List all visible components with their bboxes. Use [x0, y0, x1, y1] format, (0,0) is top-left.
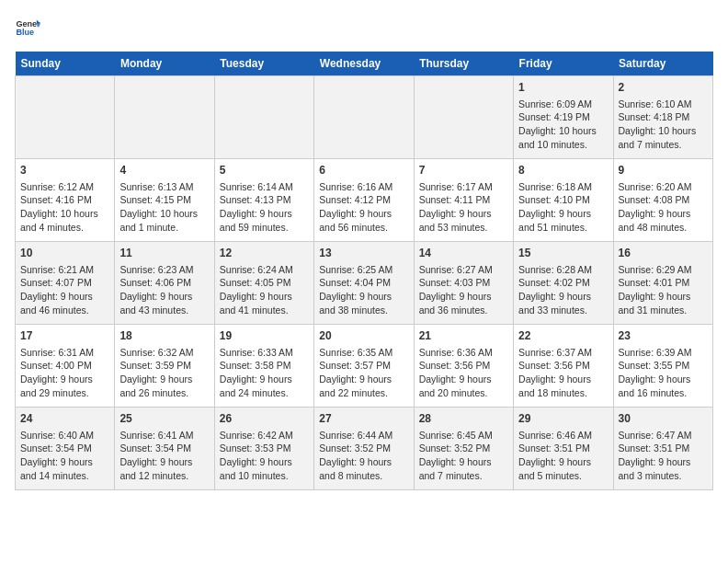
calendar-week-3: 10Sunrise: 6:21 AMSunset: 4:07 PMDayligh…	[16, 242, 713, 325]
day-info: Sunrise: 6:45 AMSunset: 3:52 PMDaylight:…	[419, 429, 508, 483]
calendar-cell: 8Sunrise: 6:18 AMSunset: 4:10 PMDaylight…	[514, 159, 613, 242]
day-number: 21	[419, 328, 508, 344]
day-number: 2	[619, 80, 708, 96]
day-info: Sunrise: 6:41 AMSunset: 3:54 PMDaylight:…	[119, 429, 209, 483]
calendar-cell: 25Sunrise: 6:41 AMSunset: 3:54 PMDayligh…	[115, 408, 214, 490]
day-number: 17	[20, 328, 109, 344]
calendar-cell: 20Sunrise: 6:35 AMSunset: 3:57 PMDayligh…	[314, 325, 414, 408]
day-info: Sunrise: 6:12 AMSunset: 4:16 PMDaylight:…	[20, 180, 109, 235]
day-number: 6	[319, 163, 408, 178]
day-info: Sunrise: 6:29 AMSunset: 4:01 PMDaylight:…	[619, 263, 708, 317]
calendar-cell: 27Sunrise: 6:44 AMSunset: 3:52 PMDayligh…	[314, 408, 414, 490]
calendar-table: SundayMondayTuesdayWednesdayThursdayFrid…	[15, 52, 713, 490]
calendar-week-2: 3Sunrise: 6:12 AMSunset: 4:16 PMDaylight…	[16, 159, 713, 242]
day-number: 11	[119, 246, 209, 261]
calendar-cell: 1Sunrise: 6:09 AMSunset: 4:19 PMDaylight…	[514, 76, 613, 159]
weekday-header-thursday: Thursday	[414, 52, 513, 76]
calendar-cell: 3Sunrise: 6:12 AMSunset: 4:16 PMDaylight…	[16, 159, 115, 242]
day-info: Sunrise: 6:24 AMSunset: 4:05 PMDaylight:…	[220, 263, 309, 317]
calendar-cell: 23Sunrise: 6:39 AMSunset: 3:55 PMDayligh…	[613, 325, 712, 408]
calendar-cell: 19Sunrise: 6:33 AMSunset: 3:58 PMDayligh…	[214, 325, 313, 408]
day-info: Sunrise: 6:37 AMSunset: 3:56 PMDaylight:…	[518, 346, 608, 400]
calendar-cell: 24Sunrise: 6:40 AMSunset: 3:54 PMDayligh…	[16, 408, 115, 490]
day-number: 3	[20, 163, 109, 178]
day-number: 10	[20, 246, 109, 261]
day-number: 1	[518, 80, 608, 96]
logo: General Blue	[15, 15, 44, 40]
weekday-header-sunday: Sunday	[16, 52, 115, 76]
day-info: Sunrise: 6:40 AMSunset: 3:54 PMDaylight:…	[20, 429, 109, 483]
day-info: Sunrise: 6:13 AMSunset: 4:15 PMDaylight:…	[119, 180, 209, 235]
day-number: 23	[619, 328, 708, 344]
weekday-header-wednesday: Wednesday	[314, 52, 414, 76]
day-info: Sunrise: 6:09 AMSunset: 4:19 PMDaylight:…	[518, 98, 608, 152]
calendar-header: SundayMondayTuesdayWednesdayThursdayFrid…	[16, 52, 713, 76]
day-number: 14	[419, 246, 508, 261]
calendar-cell: 22Sunrise: 6:37 AMSunset: 3:56 PMDayligh…	[514, 325, 613, 408]
day-info: Sunrise: 6:17 AMSunset: 4:11 PMDaylight:…	[419, 180, 508, 235]
calendar-cell: 28Sunrise: 6:45 AMSunset: 3:52 PMDayligh…	[414, 408, 513, 490]
day-number: 5	[220, 163, 309, 178]
day-info: Sunrise: 6:23 AMSunset: 4:06 PMDaylight:…	[119, 263, 209, 317]
day-info: Sunrise: 6:10 AMSunset: 4:18 PMDaylight:…	[619, 98, 708, 152]
calendar-cell: 11Sunrise: 6:23 AMSunset: 4:06 PMDayligh…	[115, 242, 214, 325]
day-number: 8	[518, 163, 608, 178]
calendar-cell: 16Sunrise: 6:29 AMSunset: 4:01 PMDayligh…	[613, 242, 712, 325]
day-info: Sunrise: 6:44 AMSunset: 3:52 PMDaylight:…	[319, 429, 408, 483]
day-number: 12	[220, 246, 309, 261]
calendar-cell: 14Sunrise: 6:27 AMSunset: 4:03 PMDayligh…	[414, 242, 513, 325]
day-number: 24	[20, 411, 109, 427]
calendar-cell: 6Sunrise: 6:16 AMSunset: 4:12 PMDaylight…	[314, 159, 414, 242]
day-info: Sunrise: 6:31 AMSunset: 4:00 PMDaylight:…	[20, 346, 109, 400]
day-number: 19	[220, 328, 309, 344]
day-number: 13	[319, 246, 408, 261]
weekday-header-row: SundayMondayTuesdayWednesdayThursdayFrid…	[16, 52, 713, 76]
calendar-cell: 29Sunrise: 6:46 AMSunset: 3:51 PMDayligh…	[514, 408, 613, 490]
calendar-cell: 7Sunrise: 6:17 AMSunset: 4:11 PMDaylight…	[414, 159, 513, 242]
calendar-cell: 2Sunrise: 6:10 AMSunset: 4:18 PMDaylight…	[613, 76, 712, 159]
weekday-header-saturday: Saturday	[613, 52, 712, 76]
day-info: Sunrise: 6:14 AMSunset: 4:13 PMDaylight:…	[220, 180, 309, 235]
day-info: Sunrise: 6:18 AMSunset: 4:10 PMDaylight:…	[518, 180, 608, 235]
day-info: Sunrise: 6:33 AMSunset: 3:58 PMDaylight:…	[220, 346, 309, 400]
day-info: Sunrise: 6:28 AMSunset: 4:02 PMDaylight:…	[518, 263, 608, 317]
calendar-cell	[414, 76, 513, 159]
calendar-cell: 15Sunrise: 6:28 AMSunset: 4:02 PMDayligh…	[514, 242, 613, 325]
calendar-cell: 21Sunrise: 6:36 AMSunset: 3:56 PMDayligh…	[414, 325, 513, 408]
day-number: 28	[419, 411, 508, 427]
day-number: 9	[619, 163, 708, 178]
calendar-cell: 17Sunrise: 6:31 AMSunset: 4:00 PMDayligh…	[16, 325, 115, 408]
day-number: 4	[119, 163, 209, 178]
calendar-week-1: 1Sunrise: 6:09 AMSunset: 4:19 PMDaylight…	[16, 76, 713, 159]
svg-text:Blue: Blue	[16, 28, 34, 37]
day-info: Sunrise: 6:46 AMSunset: 3:51 PMDaylight:…	[518, 429, 608, 483]
day-info: Sunrise: 6:20 AMSunset: 4:08 PMDaylight:…	[619, 180, 708, 235]
day-number: 29	[518, 411, 608, 427]
day-info: Sunrise: 6:27 AMSunset: 4:03 PMDaylight:…	[419, 263, 508, 317]
day-info: Sunrise: 6:35 AMSunset: 3:57 PMDaylight:…	[319, 346, 408, 400]
day-number: 18	[119, 328, 209, 344]
calendar-week-4: 17Sunrise: 6:31 AMSunset: 4:00 PMDayligh…	[16, 325, 713, 408]
day-number: 7	[419, 163, 508, 178]
calendar-cell: 10Sunrise: 6:21 AMSunset: 4:07 PMDayligh…	[16, 242, 115, 325]
day-number: 20	[319, 328, 408, 344]
calendar-cell	[16, 76, 115, 159]
calendar-cell: 26Sunrise: 6:42 AMSunset: 3:53 PMDayligh…	[214, 408, 313, 490]
day-info: Sunrise: 6:25 AMSunset: 4:04 PMDaylight:…	[319, 263, 408, 317]
day-info: Sunrise: 6:32 AMSunset: 3:59 PMDaylight:…	[119, 346, 209, 400]
day-number: 16	[619, 246, 708, 261]
weekday-header-tuesday: Tuesday	[214, 52, 313, 76]
weekday-header-monday: Monday	[115, 52, 214, 76]
day-info: Sunrise: 6:16 AMSunset: 4:12 PMDaylight:…	[319, 180, 408, 235]
day-info: Sunrise: 6:36 AMSunset: 3:56 PMDaylight:…	[419, 346, 508, 400]
calendar-cell: 9Sunrise: 6:20 AMSunset: 4:08 PMDaylight…	[613, 159, 712, 242]
weekday-header-friday: Friday	[514, 52, 613, 76]
calendar-cell: 18Sunrise: 6:32 AMSunset: 3:59 PMDayligh…	[115, 325, 214, 408]
day-info: Sunrise: 6:21 AMSunset: 4:07 PMDaylight:…	[20, 263, 109, 317]
calendar-week-5: 24Sunrise: 6:40 AMSunset: 3:54 PMDayligh…	[16, 408, 713, 490]
calendar-body: 1Sunrise: 6:09 AMSunset: 4:19 PMDaylight…	[16, 76, 713, 490]
day-number: 15	[518, 246, 608, 261]
logo-icon: General Blue	[15, 15, 40, 40]
day-number: 27	[319, 411, 408, 427]
page-header: General Blue	[15, 15, 713, 40]
